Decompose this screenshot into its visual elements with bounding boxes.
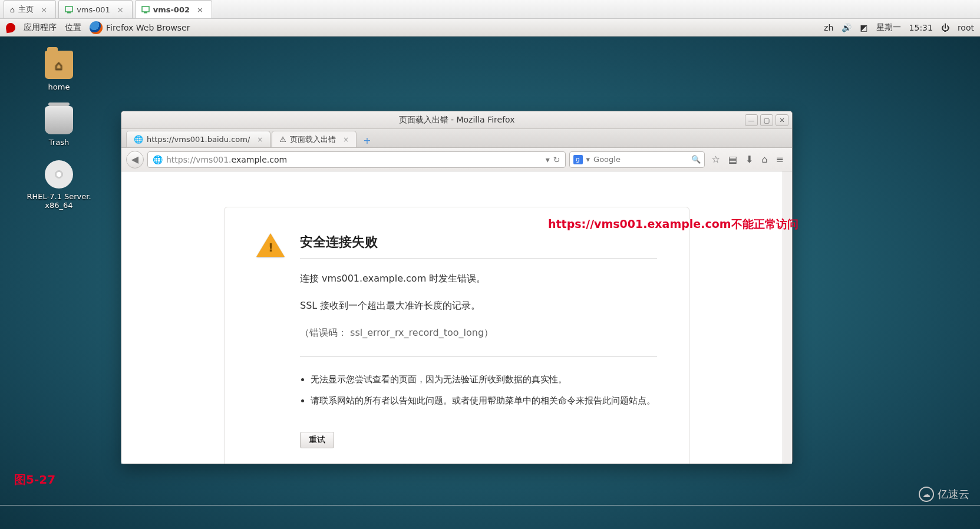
reload-icon[interactable]: ↻ <box>553 155 560 164</box>
globe-icon: 🌐 <box>153 155 163 164</box>
panel-places[interactable]: 位置 <box>65 22 81 33</box>
close-icon[interactable]: × <box>117 5 124 14</box>
desktop[interactable]: home Trash RHEL-7.1 Server. x86_64 页面载入出… <box>0 37 980 529</box>
figure-label: 图5-27 <box>14 472 55 488</box>
divider <box>0 505 980 505</box>
menu-icon[interactable]: ≡ <box>776 154 784 165</box>
error-bullets: 无法显示您尝试查看的页面，因为无法验证所收到数据的真实性。 请联系网站的所有者以… <box>300 356 657 408</box>
watermark-text: 亿速云 <box>938 487 969 501</box>
vm-icon <box>65 5 73 14</box>
cloud-icon: ☁ <box>919 487 934 502</box>
svg-rect-2 <box>142 6 149 12</box>
google-icon: g <box>573 155 583 164</box>
firefox-tabstrip: 🌐 https://vms001.baidu.com/ × ⚠ 页面载入出错 ×… <box>121 129 792 148</box>
url-scheme: https://vms001. <box>166 155 232 164</box>
accessibility-icon[interactable]: ◩ <box>860 23 867 32</box>
firefox-window: 页面载入出错 - Mozilla Firefox — ▢ ✕ 🌐 https:/… <box>121 111 793 464</box>
vm-icon <box>141 5 150 14</box>
svg-rect-0 <box>65 6 72 12</box>
sidebar-icon[interactable]: ▤ <box>728 154 737 165</box>
vm-tab-label: vms-002 <box>153 5 190 14</box>
warning-icon: ⚠ <box>279 135 286 144</box>
panel-applications[interactable]: 应用程序 <box>24 22 57 33</box>
vm-tab-label: 主页 <box>18 4 34 15</box>
vm-tab-vms001[interactable]: vms-001 × <box>58 0 133 18</box>
error-code: （错误码： ssl_error_rx_record_too_long） <box>300 326 657 340</box>
desktop-icon-label: RHEL-7.1 Server. x86_64 <box>18 192 100 210</box>
input-method[interactable]: zh <box>824 23 833 32</box>
vm-tabstrip: ⌂ 主页 × vms-001 × vms-002 × <box>0 0 980 19</box>
firefox-tab-label: https://vms001.baidu.com/ <box>147 135 250 144</box>
dropdown-icon[interactable]: ▾ <box>586 155 590 164</box>
close-icon[interactable]: × <box>343 135 349 144</box>
page-content: 安全连接失败 连接 vms001.example.com 时发生错误。 SSL … <box>121 171 792 464</box>
close-icon[interactable]: × <box>257 135 263 144</box>
desktop-icon-label: Trash <box>24 138 94 147</box>
vertical-scrollbar[interactable] <box>783 171 792 464</box>
close-icon[interactable]: × <box>197 5 203 14</box>
desktop-icon-label: home <box>24 82 94 91</box>
panel-day[interactable]: 星期一 <box>876 22 901 33</box>
url-host: example.com <box>232 155 288 164</box>
watermark: ☁ 亿速云 <box>919 487 969 502</box>
vm-tab-vms002[interactable]: vms-002 × <box>135 0 212 18</box>
window-titlebar[interactable]: 页面载入出错 - Mozilla Firefox — ▢ ✕ <box>121 111 792 129</box>
window-title: 页面载入出错 - Mozilla Firefox <box>399 115 515 125</box>
power-icon[interactable]: ⏻ <box>941 23 949 32</box>
bookmark-icon[interactable]: ☆ <box>712 154 720 165</box>
redhat-icon <box>5 22 17 33</box>
error-heading: 安全连接失败 <box>300 233 657 259</box>
firefox-tab-label: 页面载入出错 <box>290 134 336 145</box>
home-icon[interactable]: ⌂ <box>761 154 767 165</box>
desktop-icon-disc[interactable]: RHEL-7.1 Server. x86_64 <box>18 160 100 210</box>
home-icon: ⌂ <box>10 5 15 14</box>
url-dropdown-icon[interactable]: ▾ <box>546 155 550 164</box>
firefox-tab-0[interactable]: 🌐 https://vms001.baidu.com/ × <box>126 131 270 147</box>
window-minimize-button[interactable]: — <box>745 114 758 126</box>
url-bar[interactable]: 🌐 https://vms001.example.com ▾ ↻ <box>147 151 566 168</box>
search-bar[interactable]: g ▾ Google 🔍 <box>569 151 705 168</box>
running-app-label: Firefox Web Browser <box>106 23 190 32</box>
window-maximize-button[interactable]: ▢ <box>760 114 773 126</box>
disc-icon <box>45 160 73 189</box>
panel-user[interactable]: root <box>958 23 974 32</box>
volume-icon[interactable]: 🔊 <box>842 23 852 32</box>
svg-rect-1 <box>67 12 71 14</box>
window-close-button[interactable]: ✕ <box>776 114 788 126</box>
back-button[interactable]: ◀ <box>126 151 144 168</box>
svg-rect-3 <box>144 12 147 14</box>
folder-icon <box>45 51 73 79</box>
gnome-panel: 应用程序 位置 Firefox Web Browser zh 🔊 ◩ 星期一 1… <box>0 19 980 37</box>
panel-time[interactable]: 15:31 <box>909 23 933 32</box>
search-placeholder: Google <box>593 155 621 164</box>
warning-triangle-icon <box>256 233 285 448</box>
error-line1: 连接 vms001.example.com 时发生错误。 <box>300 272 657 286</box>
search-icon[interactable]: 🔍 <box>691 155 701 164</box>
vm-tab-label: vms-001 <box>77 5 110 14</box>
globe-icon: 🌐 <box>134 135 143 144</box>
firefox-navbar: ◀ 🌐 https://vms001.example.com ▾ ↻ g ▾ G… <box>121 148 792 171</box>
error-line2: SSL 接收到一个超出最大准许长度的记录。 <box>300 299 657 313</box>
firefox-tab-1[interactable]: ⚠ 页面载入出错 × <box>272 131 357 147</box>
error-bullet: 请联系网站的所有者以告知此问题。或者使用帮助菜单中的相关命令来报告此问题站点。 <box>311 394 657 409</box>
running-app[interactable]: Firefox Web Browser <box>90 21 190 34</box>
firefox-icon <box>90 21 103 34</box>
retry-button[interactable]: 重试 <box>300 432 334 448</box>
error-bullet: 无法显示您尝试查看的页面，因为无法验证所收到数据的真实性。 <box>311 372 657 388</box>
desktop-icon-home[interactable]: home <box>24 51 94 91</box>
annotation-text: https://vms001.example.com不能正常访问 <box>548 217 798 232</box>
desktop-icon-trash[interactable]: Trash <box>24 106 94 147</box>
vm-tab-home[interactable]: ⌂ 主页 × <box>4 0 56 18</box>
close-icon[interactable]: × <box>41 5 47 14</box>
downloads-icon[interactable]: ⬇ <box>745 154 753 165</box>
error-card: 安全连接失败 连接 vms001.example.com 时发生错误。 SSL … <box>224 207 689 464</box>
new-tab-button[interactable]: + <box>360 133 374 147</box>
trash-icon <box>45 106 73 134</box>
